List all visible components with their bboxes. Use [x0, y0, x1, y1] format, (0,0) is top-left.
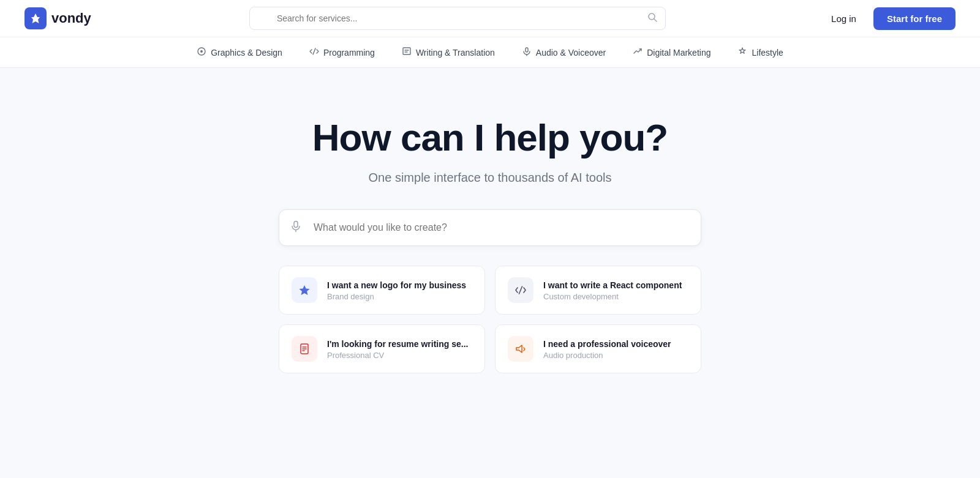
voiceover-card-icon [508, 336, 533, 362]
suggestion-card-react[interactable]: I want to write a React componentCustom … [495, 266, 701, 315]
logo-card-text: I want a new logo for my businessBrand d… [327, 280, 466, 301]
react-card-title: I want to write a React component [543, 280, 682, 291]
hero-title: How can I help you? [312, 117, 668, 159]
react-card-text: I want to write a React componentCustom … [543, 280, 682, 301]
resume-card-subtitle: Professional CV [327, 351, 468, 360]
suggestion-card-voiceover[interactable]: I need a professional voiceoverAudio pro… [495, 324, 701, 373]
suggestions-grid: I want a new logo for my businessBrand d… [279, 266, 701, 373]
nav-item-writing-translation[interactable]: Writing & Translation [399, 43, 497, 62]
hero-subtitle: One simple interface to thousands of AI … [369, 171, 612, 185]
logo-text: vondy [51, 10, 91, 26]
header-search [249, 7, 666, 30]
suggestion-card-logo[interactable]: I want a new logo for my businessBrand d… [279, 266, 485, 315]
lifestyle-icon [737, 47, 747, 59]
start-button[interactable]: Start for free [873, 7, 956, 30]
svg-rect-9 [294, 222, 298, 228]
audio-voiceover-label: Audio & Voiceover [536, 48, 606, 58]
voiceover-card-subtitle: Audio production [543, 351, 671, 360]
voiceover-card-title: I need a professional voiceover [543, 338, 671, 349]
logo-card-icon [292, 277, 317, 303]
svg-point-3 [200, 50, 203, 53]
logo[interactable]: vondy [24, 7, 91, 29]
nav-item-digital-marketing[interactable]: Digital Marketing [630, 43, 713, 62]
svg-line-1 [654, 19, 657, 21]
login-button[interactable]: Log in [824, 9, 864, 29]
mic-icon [290, 220, 302, 236]
resume-card-title: I'm looking for resume writing se... [327, 338, 468, 349]
main-nav: Graphics & DesignProgrammingWriting & Tr… [0, 37, 980, 67]
logo-icon [24, 7, 47, 29]
digital-marketing-icon [633, 47, 643, 59]
svg-marker-16 [516, 345, 522, 353]
header-actions: Log in Start for free [824, 7, 956, 30]
react-card-icon [508, 277, 533, 303]
lifestyle-label: Lifestyle [752, 48, 783, 58]
writing-translation-label: Writing & Translation [416, 48, 495, 58]
nav-item-graphics-design[interactable]: Graphics & Design [194, 43, 285, 62]
main-search-container [279, 209, 701, 246]
suggestion-card-resume[interactable]: I'm looking for resume writing se...Prof… [279, 324, 485, 373]
audio-voiceover-icon [522, 47, 532, 59]
writing-translation-icon [402, 47, 412, 59]
graphics-design-icon [197, 47, 206, 59]
nav-item-audio-voiceover[interactable]: Audio & Voiceover [519, 43, 608, 62]
svg-rect-7 [526, 48, 528, 52]
react-card-subtitle: Custom development [543, 292, 682, 301]
logo-card-subtitle: Brand design [327, 292, 466, 301]
resume-card-icon [292, 336, 317, 362]
resume-card-text: I'm looking for resume writing se...Prof… [327, 338, 468, 360]
header-search-icon [647, 12, 657, 24]
main-search-input[interactable] [279, 209, 701, 246]
logo-card-title: I want a new logo for my business [327, 280, 466, 291]
programming-label: Programming [323, 48, 375, 58]
nav-item-programming[interactable]: Programming [307, 43, 377, 62]
programming-icon [309, 47, 319, 59]
digital-marketing-label: Digital Marketing [647, 48, 710, 58]
nav-item-lifestyle[interactable]: Lifestyle [735, 43, 785, 62]
voiceover-card-text: I need a professional voiceoverAudio pro… [543, 338, 671, 360]
header-search-input[interactable] [249, 7, 666, 30]
main-content: How can I help you? One simple interface… [0, 68, 980, 410]
svg-line-11 [519, 286, 522, 294]
svg-line-4 [313, 48, 315, 54]
graphics-design-label: Graphics & Design [211, 48, 282, 58]
